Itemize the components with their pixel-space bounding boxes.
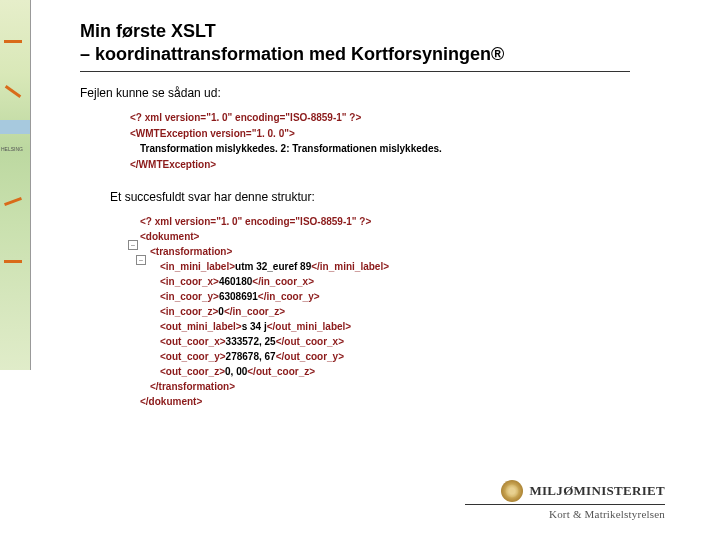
dokument-open: <dokument> [140, 231, 199, 242]
title-line-2: – koordinattransformation med Kortforsyn… [80, 44, 504, 64]
logo-rule [465, 504, 665, 505]
tag-open: <out_coor_y> [160, 351, 226, 362]
crown-icon [501, 480, 523, 502]
tag-close: </in_coor_z> [224, 306, 285, 317]
tag-open: <in_coor_z> [160, 306, 218, 317]
xml-element-line: <in_coor_z>0</in_coor_z> [140, 304, 630, 319]
tag-open: <out_coor_x> [160, 336, 226, 347]
wmt-text: Transformation mislykkedes. 2: Transform… [140, 143, 442, 154]
tag-value: 6308691 [219, 291, 258, 302]
tag-close: </in_mini_label> [311, 261, 389, 272]
tag-close: </out_mini_label> [267, 321, 351, 332]
tag-close: </in_coor_x> [252, 276, 314, 287]
ministry-name: MILJØMINISTERIET [529, 483, 665, 499]
success-xml-block: <? xml version="1. 0" encoding="ISO-8859… [140, 214, 630, 409]
map-town-label: HELSING [1, 146, 23, 152]
slide-content: Min første XSLT – koordinattransformatio… [80, 20, 630, 409]
tag-close: </out_coor_x> [276, 336, 344, 347]
fold-icon: – [136, 255, 146, 265]
title-line-1: Min første XSLT [80, 21, 216, 41]
tag-value: utm 32_euref 89 [235, 261, 311, 272]
xml-element-line: <in_mini_label>utm 32_euref 89</in_mini_… [140, 259, 630, 274]
error-xml-block: <? xml version="1. 0" encoding="ISO-8859… [130, 110, 630, 172]
xml-element-line: <in_coor_x>460180</in_coor_x> [140, 274, 630, 289]
tag-close: </out_coor_y> [276, 351, 344, 362]
tag-value: 0, 00 [225, 366, 247, 377]
tag-open: <out_coor_z> [160, 366, 225, 377]
success-intro: Et succesfuldt svar har denne struktur: [110, 190, 630, 204]
agency-name: Kort & Matrikelstyrelsen [465, 508, 665, 520]
footer-logo: MILJØMINISTERIET Kort & Matrikelstyrelse… [465, 480, 665, 520]
tag-open: <in_coor_y> [160, 291, 219, 302]
dokument-close: </dokument> [140, 396, 202, 407]
wmt-close: </WMTException> [130, 159, 216, 170]
tag-open: <in_coor_x> [160, 276, 219, 287]
slide-title: Min første XSLT – koordinattransformatio… [80, 20, 630, 65]
tag-open: <out_mini_label> [160, 321, 242, 332]
error-intro: Fejlen kunne se sådan ud: [80, 86, 630, 100]
tag-value: 333572, 25 [226, 336, 276, 347]
transformation-close: </transformation> [150, 381, 235, 392]
tag-close: </in_coor_y> [258, 291, 320, 302]
title-rule [80, 71, 630, 72]
xml-element-line: <out_coor_x>333572, 25</out_coor_x> [140, 334, 630, 349]
fold-icon: – [128, 240, 138, 250]
tag-value: s 34 j [242, 321, 267, 332]
tag-close: </out_coor_z> [247, 366, 315, 377]
transformation-open: <transformation> [150, 246, 232, 257]
xml-element-line: <out_mini_label>s 34 j</out_mini_label> [140, 319, 630, 334]
xml-element-line: <in_coor_y>6308691</in_coor_y> [140, 289, 630, 304]
tag-open: <in_mini_label> [160, 261, 235, 272]
tag-value: 278678, 67 [226, 351, 276, 362]
xml-element-line: <out_coor_z>0, 00</out_coor_z> [140, 364, 630, 379]
xml-element-line: <out_coor_y>278678, 67</out_coor_y> [140, 349, 630, 364]
map-strip: HELSING [0, 0, 31, 370]
xml-decl-2: <? xml version="1. 0" encoding="ISO-8859… [140, 216, 371, 227]
wmt-open: <WMTException version="1. 0. 0"> [130, 128, 295, 139]
xml-decl: <? xml version="1. 0" encoding="ISO-8859… [130, 112, 361, 123]
tag-value: 460180 [219, 276, 252, 287]
